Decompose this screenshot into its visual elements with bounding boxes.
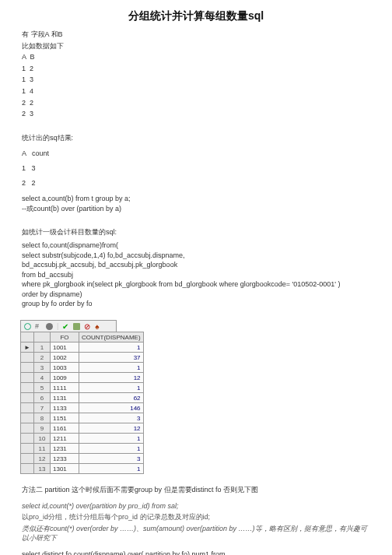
th-fo: FO xyxy=(51,332,79,342)
row-number: 6 xyxy=(34,393,51,403)
row-arrow xyxy=(21,393,34,403)
table-row: 6113162 xyxy=(21,393,144,403)
table-row: 4100912 xyxy=(21,373,144,383)
row-arrow xyxy=(21,373,34,383)
cell: 3 xyxy=(30,110,33,118)
intro-row: 1 2 xyxy=(22,64,370,74)
table-row: 811513 xyxy=(21,413,144,423)
table-row: 1112311 xyxy=(21,444,144,454)
row-arrow: ► xyxy=(21,342,34,353)
table-row: 71133146 xyxy=(21,403,144,413)
row-arrow xyxy=(21,423,34,434)
table-row: ►110011 xyxy=(21,342,144,353)
th-rownum xyxy=(34,332,51,342)
cell-fo: 1002 xyxy=(51,353,79,363)
row-arrow xyxy=(21,353,34,363)
method2-example-3: 类似还有count(*) over(order by ……)、sum(amoun… xyxy=(22,524,370,543)
row-arrow xyxy=(21,383,34,393)
gear-icon[interactable] xyxy=(46,323,53,330)
cell-count: 3 xyxy=(79,413,144,423)
content-area: 有 字段A 和B 比如数据如下 A B 1 2 1 3 1 4 2 2 2 3 … xyxy=(0,30,392,555)
row-number: 4 xyxy=(34,373,51,383)
sql-line: select substr(subjcode,1,4) fo,bd_accsub… xyxy=(0,251,392,261)
table-row: 9116112 xyxy=(21,423,144,434)
sql-line: --或count(b) over (partition by a) xyxy=(22,204,370,214)
result1-title: 统计出的sq结果: xyxy=(22,133,370,143)
method2-example-2: 以pro_id分组，统计分组后每个pro_id 的记录总数及对应的id; xyxy=(22,512,370,522)
result1-row: 1 3 xyxy=(22,163,370,174)
table-row: 511111 xyxy=(21,383,144,393)
row-number: 11 xyxy=(34,444,51,454)
col-b: B xyxy=(30,53,35,61)
sql-block-3: select distinct fo,count(dispname) over(… xyxy=(0,550,392,555)
sql-block-2: select fo,count(dispname)from( select su… xyxy=(0,241,392,309)
cell-count: 1 xyxy=(79,464,144,474)
cell: 1 xyxy=(22,87,26,95)
cell-count: 1 xyxy=(79,434,144,444)
page-title: 分组统计并计算每组数量sql xyxy=(0,9,392,23)
table-row: 2100237 xyxy=(21,353,144,363)
sql-block-1: select a,count(b) from t group by a; --或… xyxy=(22,194,370,213)
row-arrow xyxy=(21,434,34,444)
table-row: 310031 xyxy=(21,363,144,373)
cell: 2 xyxy=(30,65,33,72)
row-arrow xyxy=(21,363,34,373)
cell-fo: 1233 xyxy=(51,454,79,464)
cell-fo: 1231 xyxy=(51,444,79,454)
separator-icon: | xyxy=(57,322,58,330)
cell-count: 12 xyxy=(79,423,144,434)
cell: 2 xyxy=(22,99,26,107)
col-count: count xyxy=(32,149,49,157)
result1-row: 2 2 xyxy=(22,178,370,188)
section2-title: 如统计一级会计科目数量的sql: xyxy=(22,227,370,237)
th-count: COUNT(DISPNAME) xyxy=(79,332,144,342)
row-number: 1 xyxy=(34,342,51,353)
lock-icon[interactable] xyxy=(73,323,80,330)
cell: 2 xyxy=(30,99,33,107)
intro-l2: 比如数据如下 xyxy=(22,41,370,51)
row-arrow xyxy=(21,454,34,464)
cell-fo: 1301 xyxy=(51,464,79,474)
cell-count: 12 xyxy=(79,373,144,383)
cell: 3 xyxy=(30,76,33,83)
cell-count: 1 xyxy=(79,444,144,454)
result-table: FO COUNT(DISPNAME) ►11001121002373100314… xyxy=(20,332,144,474)
method2-example-1: select id,count(*) over(partition by pro… xyxy=(22,501,370,511)
sql-line: order by dispname) xyxy=(0,290,392,300)
row-number: 3 xyxy=(34,363,51,373)
intro-row: 1 4 xyxy=(22,86,370,97)
flame-icon[interactable]: ♠ xyxy=(95,323,102,330)
cell-fo: 1133 xyxy=(51,403,79,413)
sql-line: from bd_accsubj xyxy=(0,270,392,280)
sql-line: select a,count(b) from t group by a; xyxy=(22,194,370,204)
intro-row: 2 2 xyxy=(22,98,370,108)
row-arrow xyxy=(21,403,34,413)
table-row: 1313011 xyxy=(21,464,144,474)
cell-fo: 1211 xyxy=(51,434,79,444)
cell: 1 xyxy=(22,65,26,72)
cell-fo: 1001 xyxy=(51,342,79,353)
intro-l1: 有 字段A 和B xyxy=(22,30,370,40)
sql-line: select fo,count(dispname)from( xyxy=(0,241,392,251)
row-arrow xyxy=(21,444,34,454)
cell-count: 1 xyxy=(79,342,144,353)
result1-header: A count xyxy=(22,149,370,159)
col-a: A xyxy=(22,149,26,157)
sql-line: bd_accsubj.pk_accsubj, bd_accsubj.pk_glo… xyxy=(0,260,392,270)
method2-intro: 方法二 partition 这个时候后面不需要group by 但是需要dist… xyxy=(22,485,370,495)
row-number: 2 xyxy=(34,353,51,363)
check-icon[interactable]: ✔ xyxy=(62,323,69,330)
cell: 1 xyxy=(22,76,26,83)
cell: 2 xyxy=(22,179,26,187)
refresh-icon[interactable] xyxy=(24,323,31,330)
table-row: 1212333 xyxy=(21,454,144,464)
cell-fo: 1111 xyxy=(51,383,79,393)
intro-row: 1 3 xyxy=(22,75,370,85)
cell-count: 62 xyxy=(79,393,144,403)
cell: 4 xyxy=(30,87,33,95)
result-table-image: # | ✔ ⊘ ♠ FO COUNT(DISPNAME) ►1100112100… xyxy=(20,320,370,474)
row-arrow xyxy=(21,413,34,423)
exclude-icon[interactable]: ⊘ xyxy=(84,323,91,330)
row-number: 9 xyxy=(34,423,51,434)
hash-icon[interactable]: # xyxy=(35,323,42,330)
